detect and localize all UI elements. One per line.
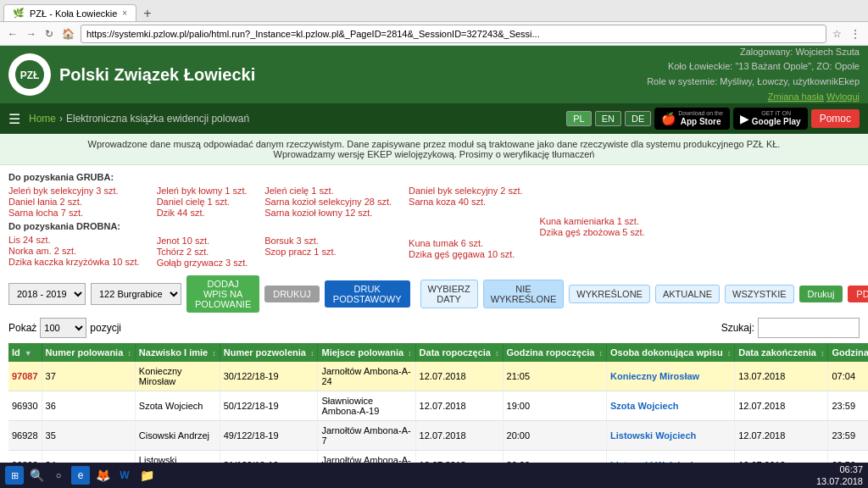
location-select[interactable]: 122 Burgrabice: [91, 283, 181, 305]
cell-godzina-z: 07:04: [828, 362, 868, 391]
help-button[interactable]: Pomoc: [811, 109, 860, 128]
lang-de-button[interactable]: DE: [625, 111, 651, 126]
logout-link[interactable]: Wyloguj: [826, 92, 860, 102]
table-row: 96928 35 Cisowski Andrzej 49/122/18-19 J…: [8, 421, 868, 451]
cell-godzina-r: 20:00: [503, 421, 606, 451]
col-data-z[interactable]: Data zakończenia ↕: [735, 343, 828, 362]
quota-item-d12: Dzika gęś zbożowa 5 szt.: [540, 227, 645, 237]
quota-item-d2: Norka am. 2 szt.: [8, 246, 140, 256]
start-button[interactable]: ⊞: [5, 466, 24, 485]
user-info-line2: Koło Łowieckie: "13 Bażant Opole", ZO: O…: [647, 59, 860, 75]
quota-item-d11: Kuna kamieniarka 1 szt.: [540, 216, 645, 226]
cell-data-r: 12.07.2018: [415, 391, 503, 421]
col-id[interactable]: Id ▼: [8, 343, 42, 362]
search-area: Szukaj:: [721, 318, 860, 338]
col-godzina-r[interactable]: Godzina ropoczęcia ↕: [503, 343, 606, 362]
firefox-taskbar-icon[interactable]: 🦊: [93, 466, 112, 485]
google-play-text: GET IT ON Google Play: [752, 110, 801, 127]
google-play-button[interactable]: ▶ GET IT ON Google Play: [733, 108, 808, 130]
cell-data-z: 12.07.2018: [735, 391, 828, 421]
add-wpis-button[interactable]: DODAJ WPIS NA POLOWANIE: [186, 275, 259, 313]
lang-pl-button[interactable]: PL: [566, 111, 591, 126]
word-taskbar-icon[interactable]: W: [115, 466, 134, 485]
col-godzina-z[interactable]: Godzina zakończenia ↕: [828, 343, 868, 362]
cell-data-z: 13.07.2018: [735, 362, 828, 391]
col-nazwisko[interactable]: Nazwisko I imie ↕: [135, 343, 220, 362]
print-button[interactable]: DRUKUJ: [264, 286, 320, 302]
cell-nazwisko: Cisowski Andrzej: [135, 421, 220, 451]
col-numer[interactable]: Numer polowania ↕: [42, 343, 135, 362]
cell-osoba-wpis: Listowski Wojciech: [607, 421, 735, 451]
cell-miejsce: Jarnołtów Ambona-A-7: [318, 421, 415, 451]
pagination-row: Pokaż 100 pozycji Szukaj:: [8, 318, 860, 338]
svg-text:PZŁ: PZŁ: [20, 69, 40, 81]
cell-data-r: 12.07.2018: [415, 362, 503, 391]
app-store-sub: Download on the: [678, 110, 723, 117]
quota-item-11: Sarna koza 40 szt.: [409, 197, 523, 207]
quota-gruba-col4: Daniel byk selekcyjny 2 szt. Sarna koza …: [409, 172, 523, 269]
per-page-select[interactable]: 100: [40, 318, 86, 338]
not-crossed-button[interactable]: NIE WYKREŚLONE: [483, 280, 565, 308]
year-select[interactable]: 2018 - 2019: [8, 283, 86, 305]
col-pozwolenie[interactable]: Numer pozwolenia ↕: [220, 343, 318, 362]
breadcrumb-separator: ›: [59, 113, 63, 125]
pdf-button[interactable]: PDF: [848, 286, 868, 302]
search-input[interactable]: [758, 318, 860, 338]
pagination-left: Pokaż 100 pozycji: [8, 318, 121, 338]
all-button[interactable]: WSZYSTKIE: [725, 285, 794, 303]
print-basic-button[interactable]: DRUK PODSTAWOWY: [325, 280, 410, 308]
menu-icon[interactable]: ⋮: [848, 28, 863, 40]
change-password-link[interactable]: Zmiana hasła: [768, 92, 824, 102]
taskbar-time: 06:37 13.07.2018: [816, 463, 863, 488]
quota-item-d5: Tchórz 2 szt.: [157, 247, 248, 257]
cell-id: 96930: [8, 391, 42, 421]
search-taskbar-icon[interactable]: 🔍: [27, 466, 46, 485]
reload-icon[interactable]: ↻: [42, 28, 56, 40]
nav-bar: ☰ Home › Elektroniczna książka ewidencji…: [0, 103, 868, 134]
date-display: 13.07.2018: [816, 475, 863, 487]
url-input[interactable]: [81, 25, 826, 43]
home-icon[interactable]: 🏠: [59, 28, 77, 40]
col-osoba-wpis[interactable]: Osoba dokonująca wpisu ↕: [607, 343, 735, 362]
quota-gruba-title: Do pozyskania GRUBA:: [8, 172, 140, 182]
app-store-button[interactable]: 🍎 Download on the App Store: [654, 108, 730, 130]
banner-line1: Wprowadzone dane muszą odpowiadać danym …: [8, 139, 860, 149]
drukuj-button[interactable]: Drukuj: [799, 286, 843, 302]
close-tab-icon[interactable]: ×: [122, 8, 127, 18]
quota-item-10: Daniel byk selekcyjny 2 szt.: [409, 186, 523, 196]
quota-gruba-col1: Do pozyskania GRUBA: Jeleń byk selekcyjn…: [8, 172, 140, 269]
taskbar-right: 06:37 13.07.2018: [816, 463, 863, 488]
controls-row: 2018 - 2019 122 Burgrabice DODAJ WPIS NA…: [8, 275, 860, 313]
lang-en-button[interactable]: EN: [595, 111, 621, 126]
cortana-icon[interactable]: ○: [49, 466, 68, 485]
quota-gruba-col5: Kuna kamieniarka 1 szt. Dzika gęś zbożow…: [540, 172, 645, 269]
active-tab[interactable]: 🌿 PZŁ - Koła Łowieckie ×: [3, 4, 136, 21]
crossed-button[interactable]: WYKREŚLONE: [569, 285, 650, 303]
new-tab-button[interactable]: +: [136, 6, 158, 21]
cell-miejsce: Jarnołtów Ambona-A-24: [318, 362, 415, 391]
file-taskbar-icon[interactable]: 📁: [137, 466, 156, 485]
col-miejsce[interactable]: Miejsce polowania ↕: [318, 343, 415, 362]
app-store-main: App Store: [678, 117, 723, 127]
col-data-r[interactable]: Data ropoczęcia ↕: [415, 343, 503, 362]
quota-item-9: Sarna kozioł łowny 12 szt.: [264, 208, 392, 218]
forward-icon[interactable]: →: [24, 28, 39, 40]
content-area: Do pozyskania GRUBA: Jeleń byk selekcyjn…: [0, 165, 868, 488]
table-row: 97087 37 Konieczny Mirosław 30/122/18-19…: [8, 362, 868, 391]
cell-godzina-z: 23:59: [828, 421, 868, 451]
app-logo: PZŁ: [8, 53, 51, 96]
back-icon[interactable]: ←: [5, 28, 20, 40]
google-play-sub: GET IT ON: [752, 110, 801, 117]
hamburger-icon[interactable]: ☰: [8, 111, 20, 127]
taskbar-left: ⊞ 🔍 ○ e 🦊 W 📁: [5, 466, 156, 485]
bookmark-icon[interactable]: ☆: [830, 28, 844, 40]
google-play-icon: ▶: [740, 112, 749, 125]
browser-taskbar-icon[interactable]: e: [71, 466, 90, 485]
quota-item-7: Jeleń cielę 1 szt.: [264, 186, 392, 196]
quota-item-4: Jeleń byk łowny 1 szt.: [157, 186, 248, 196]
cell-pozwolenie: 49/122/18-19: [220, 421, 318, 451]
current-button[interactable]: AKTUALNE: [655, 285, 720, 303]
home-link[interactable]: Home: [29, 113, 56, 125]
tab-title: PZŁ - Koła Łowieckie: [30, 8, 117, 19]
choose-date-button[interactable]: WYBIERZ DATY: [420, 280, 478, 308]
